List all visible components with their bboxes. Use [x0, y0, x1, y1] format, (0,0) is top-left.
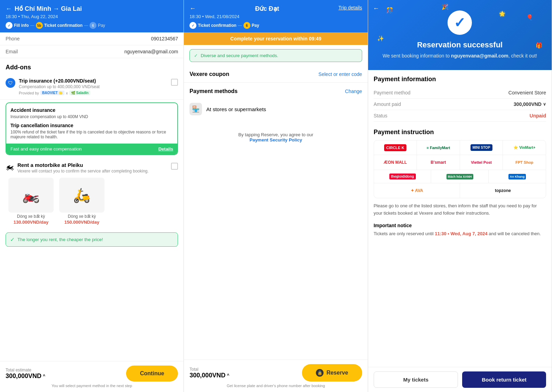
coupon-link[interactable]: Select or enter code — [318, 71, 362, 77]
step-circle-ticket-confirm: 5b — [36, 22, 43, 29]
bsmart-logo: B'smart — [428, 159, 448, 166]
fptshop-logo: FPT Shop — [513, 159, 535, 166]
panel1-footer: Total estimate 300,000VND ^ Continue You… — [0, 361, 184, 392]
panel1-header: ← Hồ Chí Minh → Gia Lai 18:30 • Thu, Aug… — [0, 0, 184, 32]
tgdd-logo: thegioididong — [389, 174, 416, 179]
aeon-cell: ÆON MALL — [374, 155, 417, 170]
family-mart-cell: ≡ FamilyMart — [417, 140, 460, 155]
insurance-card-footer: Fast and easy online compensation Detail… — [6, 144, 177, 154]
total-label-p1: Total estimate — [6, 368, 45, 372]
vinmart-logo: ⭐ VinMart+ — [511, 144, 538, 151]
my-tickets-button[interactable]: My tickets — [374, 371, 458, 388]
panel-fill-info: ← Hồ Chí Minh → Gia Lai 18:30 • Thu, Aug… — [0, 0, 184, 392]
continue-button[interactable]: Continue — [126, 366, 178, 382]
insurance-details-link[interactable]: Details — [158, 146, 173, 152]
store-icon: 🏪 — [189, 103, 202, 115]
step-circle-pay-p2: 6 — [243, 22, 250, 29]
steps-bar-p2: ✓ Ticket confirmation — 6 Pay — [189, 22, 362, 29]
step-fill-info: ✓ Fill info — [6, 22, 29, 29]
moto-item-1: 🏍️ Dòng xe bất kỳ 130.000VND/day — [8, 178, 54, 225]
trip-insurance-item: 🛡 Trip insurance (+20.000VND/seat) Compe… — [0, 74, 184, 100]
store-row-3: thegioididong Bách hóa XANH An Khang — [374, 170, 546, 183]
footer-total-p1: Total estimate 300,000VND ^ — [6, 368, 45, 380]
back-button-p3[interactable]: ← — [373, 5, 379, 12]
email-row: Email nguyenvana@gmail.com — [0, 45, 184, 58]
confetti-5: 🌟 — [499, 10, 506, 17]
payment-methods-section: Payment methods Change 🏪 At stores or su… — [184, 83, 367, 125]
promo-banner: ✓ The longer you rent, the cheaper the p… — [6, 232, 178, 247]
moto-title: Rent a motorbike at Pleiku — [17, 162, 168, 168]
motorbike-checkbox[interactable] — [171, 163, 178, 170]
viettelpost-cell: Viettel Post — [460, 155, 503, 170]
desc-pre: We sent booking information to — [382, 53, 451, 59]
reserve-button[interactable]: 🔒 Reserve — [302, 364, 362, 382]
back-button-p2[interactable]: ← — [189, 5, 196, 12]
secure-banner: ✓ Diverse and secure payment methods. — [189, 49, 362, 62]
tgdd-cell: thegioididong — [374, 170, 432, 183]
insurance-desc: Compensation up to 400,000,000 VND/seat — [19, 84, 168, 89]
book-return-button[interactable]: Book return ticket — [462, 371, 546, 388]
notice-text: Tickets are only reserved until 11:30 • … — [374, 230, 546, 238]
viettelpost-logo: Viettel Post — [469, 159, 494, 166]
panel2-header: ← Đức Đạt Trip details 18:30 • Wed, 21/0… — [184, 0, 367, 32]
bachhoaxanh-cell: Bách hóa XANH — [431, 170, 489, 183]
addons-title: Add-ons — [0, 58, 184, 74]
store-row-1: CIRCLE K ≡ FamilyMart MINI STOP ⭐ VinMar… — [374, 140, 546, 155]
step-pay-p1: 6 Pay — [90, 22, 105, 29]
moto-img-2: 🛵 — [59, 178, 104, 213]
circle-k-cell: CIRCLE K — [374, 140, 417, 155]
ankhang-logo: An Khang — [508, 174, 526, 179]
moto-img-1: 🏍️ — [8, 178, 54, 213]
ankhang-cell: An Khang — [489, 170, 546, 183]
moto-price-2: 150.000VND/day — [59, 220, 104, 225]
step-circle-confirm-p2: ✓ — [189, 22, 196, 29]
topzone-logo: topzone — [493, 187, 513, 194]
status-label: Status — [374, 113, 388, 118]
timer-banner: Complete your reservation within 09:49 — [184, 32, 367, 45]
insurance-card: Accident insurance Insurance compensatio… — [6, 102, 178, 155]
back-button-p1[interactable]: ← — [6, 5, 12, 13]
notice-pre: Tickets are only reserved until — [374, 231, 435, 236]
insurance-checkbox[interactable] — [171, 79, 178, 86]
steps-bar-p1: ✓ Fill info — 5b Ticket confirmation — 6… — [6, 22, 178, 29]
moto-images: 🏍️ Dòng xe bất kỳ 130.000VND/day 🛵 Dòng … — [6, 178, 178, 225]
trip-details-link[interactable]: Trip details — [339, 5, 362, 10]
lock-icon: 🔒 — [316, 369, 324, 377]
step-ticket-confirm: 5b Ticket confirmation — [36, 22, 83, 29]
p2-total-area: Total 300,000VND ^ — [189, 367, 229, 379]
store-row-2: ÆON MALL B'smart Viettel Post FPT Shop — [374, 155, 546, 170]
policy-link[interactable]: Payment Security Policy — [249, 137, 302, 143]
p2-name-area: Đức Đạt — [255, 5, 279, 13]
confetti-2: 🎉 — [442, 3, 449, 10]
aeon-logo: ÆON MALL — [382, 159, 409, 166]
check-icon: ✓ — [454, 15, 466, 31]
important-notice-title: Important notice — [374, 223, 546, 228]
trip-date-p2: 18:30 • Wed, 21/08/2024 — [189, 14, 362, 19]
mini-stop-cell: MINI STOP — [460, 140, 503, 155]
secure-text: Diverse and secure payment methods. — [201, 53, 278, 58]
payment-methods-header: Payment methods Change — [189, 88, 362, 94]
p2-left: ← — [189, 5, 196, 12]
reserve-label: Reserve — [326, 370, 348, 376]
amount-paid-row: Amount paid 300,000VND ∨ — [374, 99, 546, 110]
insurance-providers: Provided by BAOVIET 🌟 x 🌿 Saladin — [19, 91, 168, 95]
payment-method-item: 🏪 At stores or supermarkets — [189, 99, 362, 120]
topzone-cell: topzone — [460, 183, 546, 198]
insurance-card-body: Accident insurance Insurance compensatio… — [6, 103, 177, 144]
promo-check-icon: ✓ — [10, 236, 15, 243]
change-payment-link[interactable]: Change — [345, 89, 362, 94]
motorbike-header: 🏍 Rent a motorbike at Pleiku Vexere will… — [6, 162, 178, 174]
ava-cell: ✦ AVA — [374, 183, 460, 198]
coupon-row: Vexere coupon Select or enter code — [184, 66, 367, 83]
circle-k-logo: CIRCLE K — [384, 144, 406, 151]
moto-text: Rent a motorbike at Pleiku Vexere will c… — [17, 162, 168, 174]
status-row: Status Unpaid — [374, 110, 546, 122]
store-grid: CIRCLE K ≡ FamilyMart MINI STOP ⭐ VinMar… — [374, 140, 546, 198]
chevron-icon-p2: ^ — [227, 373, 229, 378]
notice-time: 11:30 — [435, 231, 446, 236]
panel1-content: Phone 0901234567 Email nguyenvana@gmail.… — [0, 32, 184, 361]
total-amount-p1: 300,000VND ^ — [6, 372, 45, 380]
confetti-3: 🎈 — [526, 14, 533, 21]
payment-methods-title: Payment methods — [189, 88, 238, 94]
agree-text: By tapping Reserve, you agree to our Pay… — [184, 125, 367, 146]
